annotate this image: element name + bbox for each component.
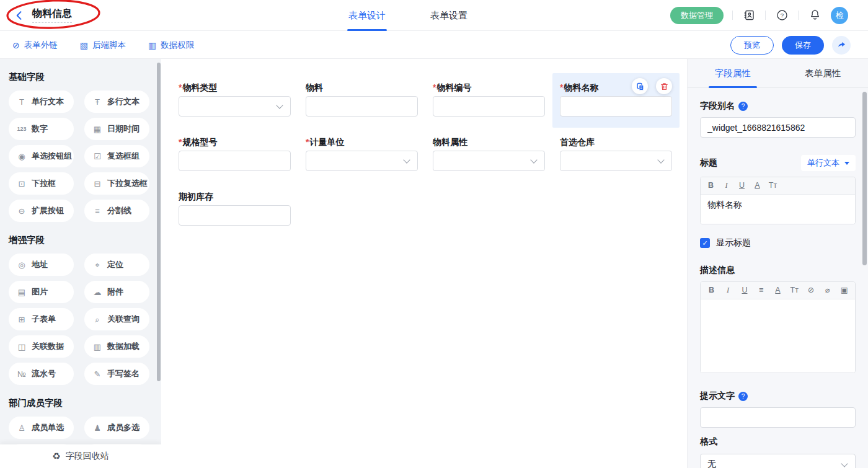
canvas-field-control[interactable] — [179, 96, 291, 117]
format-value: 无 — [707, 459, 716, 468]
palette-field-item[interactable]: ▥ 数据加载 — [84, 335, 149, 358]
palette-field-item[interactable]: ☑ 复选框组 — [84, 145, 149, 167]
form-design-canvas[interactable]: 物料类型 — [161, 59, 687, 468]
canvas-field[interactable]: 物料名称 — [552, 73, 680, 128]
canvas-field-control[interactable] — [560, 96, 672, 117]
italic-icon[interactable]: I — [720, 286, 737, 294]
font-size-icon[interactable]: Tᴛ — [765, 182, 781, 190]
tab-form-settings[interactable]: 表单设置 — [429, 0, 469, 31]
canvas-field-control[interactable] — [560, 151, 672, 171]
unlink-icon[interactable]: ⌀ — [819, 286, 836, 294]
palette-field-item[interactable]: Ŧ 多行文本 — [84, 91, 149, 113]
form-title[interactable]: 物料信息 — [32, 7, 72, 23]
palette-field-item[interactable]: ⊟ 下拉复选框 — [84, 172, 149, 195]
canvas-field-control[interactable] — [306, 96, 418, 117]
palette-field-item[interactable]: ⌕ 关联查询 — [84, 308, 149, 330]
field-recycle-bin[interactable]: ♻ 字段回收站 — [0, 444, 161, 468]
palette-field-item[interactable]: T 单行文本 — [9, 91, 74, 113]
palette-field-item[interactable]: ◉ 单选按钮组 — [9, 145, 74, 167]
related-query-icon: ⌕ — [92, 316, 102, 324]
canvas-field[interactable]: 物料类型 — [171, 73, 298, 128]
bold-icon[interactable]: B — [703, 286, 720, 294]
show-title-checkbox[interactable] — [700, 238, 710, 248]
bold-icon[interactable]: B — [703, 182, 719, 190]
underline-icon[interactable]: U — [734, 182, 750, 190]
palette-field-item[interactable]: ≡ 分割线 — [84, 200, 149, 222]
link-icon[interactable]: ⊘ — [803, 286, 820, 294]
palette-field-item[interactable]: ◎ 地址 — [9, 254, 74, 276]
font-color-icon[interactable]: A — [750, 182, 765, 190]
hint-text-input[interactable] — [700, 407, 856, 428]
svg-text:?: ? — [780, 12, 783, 19]
align-icon[interactable]: ≡ — [753, 286, 769, 294]
show-title-toggle[interactable]: 显示标题 — [700, 237, 856, 249]
radio-group-icon: ◉ — [17, 152, 27, 161]
canvas-field[interactable]: 首选仓库 — [552, 128, 680, 182]
italic-icon[interactable]: I — [719, 182, 734, 190]
field-alias-help-icon[interactable] — [738, 102, 748, 111]
palette-field-item[interactable]: ⊞ 子表单 — [9, 308, 74, 330]
canvas-field-label: 物料属性 — [433, 136, 545, 149]
canvas-field-control[interactable] — [179, 205, 291, 226]
hint-text-help-icon[interactable] — [738, 392, 748, 401]
toolbar-link[interactable]: ▧ 后端脚本 — [80, 40, 126, 51]
canvas-field[interactable]: 物料 — [298, 73, 425, 128]
data-manage-button[interactable]: 数据管理 — [670, 7, 724, 24]
canvas-field[interactable]: 规格型号 — [171, 128, 298, 182]
font-size-icon[interactable]: Tᴛ — [786, 286, 803, 294]
copy-icon — [636, 82, 645, 91]
palette-field-item[interactable]: ▤ 图片 — [9, 281, 74, 303]
share-button[interactable] — [832, 36, 851, 55]
copy-field-button[interactable] — [632, 78, 648, 94]
canvas-field[interactable]: 物料属性 — [425, 128, 552, 182]
sidebar-scrollbar[interactable] — [157, 63, 161, 381]
format-select[interactable]: 无 — [700, 454, 856, 468]
preview-button[interactable]: 预览 — [730, 36, 774, 55]
palette-field-item[interactable]: ⊡ 下拉框 — [9, 172, 74, 195]
field-alias-input[interactable] — [700, 117, 856, 138]
palette-field-item[interactable]: ◫ 关联数据 — [9, 335, 74, 358]
palette-field-item[interactable]: ♟ 成员多选 — [84, 417, 149, 439]
palette-field-item[interactable]: ✎ 手写签名 — [84, 363, 149, 385]
canvas-field-control[interactable] — [433, 151, 545, 171]
insert-image-icon[interactable]: ▣ — [836, 286, 852, 294]
tab-form-properties[interactable]: 表单属性 — [778, 59, 868, 87]
header-tabs: 表单设计 表单设置 — [347, 0, 469, 31]
tab-field-properties[interactable]: 字段属性 — [688, 59, 778, 87]
palette-field-item[interactable]: 123 数字 — [9, 118, 74, 140]
palette-field-label: 数据加载 — [107, 341, 140, 352]
section-title-basic: 基础字段 — [9, 71, 153, 83]
canvas-field[interactable]: 物料编号 — [425, 73, 552, 128]
font-color-icon[interactable]: A — [769, 286, 786, 294]
description-editor-content[interactable] — [701, 299, 855, 373]
delete-field-button[interactable] — [656, 78, 672, 94]
toolbar-link[interactable]: ▥ 数据权限 — [148, 40, 194, 51]
inspector-scrollbar[interactable] — [862, 92, 867, 265]
canvas-field[interactable]: 计量单位 — [298, 128, 425, 182]
data-load-icon: ▥ — [92, 343, 102, 351]
canvas-field-control[interactable] — [433, 96, 545, 117]
underline-icon[interactable]: U — [737, 286, 753, 294]
palette-field-item[interactable]: ♙ 成员单选 — [9, 417, 74, 439]
user-avatar[interactable]: 检 — [831, 7, 848, 24]
divider — [765, 11, 766, 20]
palette-field-item[interactable]: ▦ 日期时间 — [84, 118, 149, 140]
caret-down-icon — [844, 162, 849, 165]
palette-field-label: 手写签名 — [107, 368, 140, 379]
palette-field-item[interactable]: № 流水号 — [9, 363, 74, 385]
canvas-field[interactable]: 期初库存 — [171, 182, 298, 237]
canvas-field-control[interactable] — [306, 151, 418, 171]
palette-field-item[interactable]: ⌖ 定位 — [84, 254, 149, 276]
contacts-book-icon[interactable] — [742, 8, 756, 23]
save-button[interactable]: 保存 — [782, 36, 824, 55]
title-editor-content[interactable]: 物料名称 — [701, 195, 855, 224]
back-button[interactable] — [12, 9, 26, 22]
palette-field-item[interactable]: ⊖ 扩展按钮 — [9, 200, 74, 222]
tab-form-design[interactable]: 表单设计 — [347, 0, 387, 31]
help-icon[interactable]: ? — [774, 8, 789, 23]
canvas-field-control[interactable] — [179, 151, 291, 171]
field-type-select[interactable]: 单行文本 — [801, 155, 856, 171]
bell-icon[interactable] — [807, 8, 822, 23]
toolbar-link[interactable]: ⊘ 表单外链 — [12, 40, 58, 51]
palette-field-item[interactable]: ☁ 附件 — [84, 281, 149, 303]
